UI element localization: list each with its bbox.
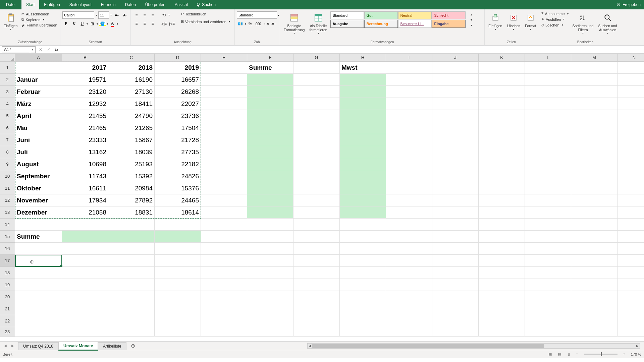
cell[interactable] — [525, 279, 571, 291]
percent-button[interactable]: % — [247, 20, 254, 27]
cell[interactable] — [201, 110, 247, 122]
cell[interactable] — [432, 206, 479, 219]
cell[interactable] — [293, 98, 340, 110]
cell[interactable] — [571, 243, 618, 255]
cell[interactable] — [247, 158, 293, 170]
name-box-dropdown[interactable]: ▾ — [30, 46, 36, 53]
cell[interactable] — [15, 315, 62, 327]
cell[interactable] — [293, 170, 340, 182]
cell[interactable] — [340, 327, 386, 337]
find-select-button[interactable]: Suchen und Auswählen▾ — [597, 11, 619, 36]
formula-input[interactable] — [61, 47, 644, 53]
cell[interactable] — [62, 267, 108, 279]
cell[interactable] — [479, 206, 525, 219]
style-neutral[interactable]: Neutral — [398, 11, 432, 19]
cell[interactable]: 19571 — [62, 74, 108, 86]
cell[interactable] — [525, 303, 571, 315]
row-header-14[interactable]: 14 — [0, 219, 15, 231]
cell[interactable]: 26268 — [155, 86, 201, 98]
cell[interactable] — [247, 219, 293, 231]
cell[interactable] — [201, 206, 247, 219]
row-header-8[interactable]: 8 — [0, 146, 15, 158]
cell[interactable] — [155, 231, 201, 243]
cell[interactable] — [293, 327, 340, 337]
cell[interactable] — [525, 110, 571, 122]
cell[interactable] — [525, 170, 571, 182]
cell[interactable] — [525, 146, 571, 158]
cell[interactable] — [155, 219, 201, 231]
cell[interactable] — [432, 74, 479, 86]
cell[interactable]: Oktober — [15, 182, 62, 194]
cell[interactable] — [386, 267, 432, 279]
cell[interactable]: 2017 — [62, 62, 108, 74]
cell[interactable] — [525, 74, 571, 86]
style-ausgabe[interactable]: Ausgabe — [330, 20, 364, 28]
cell[interactable] — [201, 146, 247, 158]
cell[interactable] — [386, 206, 432, 219]
align-center-button[interactable]: ≡ — [141, 20, 148, 27]
cell[interactable] — [479, 219, 525, 231]
cell[interactable]: 15867 — [108, 134, 155, 146]
cell[interactable] — [571, 110, 618, 122]
format-painter-button[interactable]: 🖌Format übertragen — [20, 23, 58, 27]
row-header-1[interactable]: 1 — [0, 62, 15, 74]
row-header-23[interactable]: 23 — [0, 327, 15, 337]
cell[interactable] — [201, 170, 247, 182]
cell[interactable] — [618, 122, 644, 134]
cell[interactable] — [155, 255, 201, 267]
cell[interactable] — [618, 243, 644, 255]
autosum-button[interactable]: ΣAutosumme▾ — [540, 11, 570, 16]
cell[interactable]: 17504 — [155, 122, 201, 134]
cell[interactable]: Dezember — [15, 206, 62, 219]
cell[interactable]: November — [15, 194, 62, 206]
cell[interactable] — [201, 279, 247, 291]
cell[interactable]: 2018 — [108, 62, 155, 74]
decrease-font-button[interactable]: A▾ — [121, 11, 128, 19]
cell[interactable] — [525, 291, 571, 303]
row-header-10[interactable]: 10 — [0, 170, 15, 182]
cell[interactable] — [432, 327, 479, 337]
font-name-input[interactable] — [62, 11, 94, 19]
cell[interactable] — [479, 243, 525, 255]
cell[interactable]: 22182 — [155, 158, 201, 170]
row-header-3[interactable]: 3 — [0, 86, 15, 98]
cell[interactable] — [155, 303, 201, 315]
cell[interactable] — [571, 158, 618, 170]
cell[interactable] — [571, 303, 618, 315]
cell[interactable] — [340, 86, 386, 98]
cell[interactable] — [340, 291, 386, 303]
cell[interactable] — [340, 315, 386, 327]
cell[interactable] — [386, 134, 432, 146]
cell[interactable] — [62, 327, 108, 337]
col-header-L[interactable]: L — [525, 54, 571, 62]
cell[interactable] — [15, 267, 62, 279]
cell[interactable] — [618, 231, 644, 243]
currency-button[interactable]: 💶 — [237, 20, 244, 27]
cell[interactable] — [293, 303, 340, 315]
cell[interactable] — [201, 219, 247, 231]
cell[interactable] — [201, 291, 247, 303]
cell[interactable] — [525, 315, 571, 327]
col-header-N[interactable]: N — [618, 54, 644, 62]
cell[interactable] — [479, 194, 525, 206]
chevron-down-icon[interactable]: ▾ — [110, 14, 112, 17]
cell[interactable] — [432, 86, 479, 98]
cell[interactable] — [293, 110, 340, 122]
cell[interactable] — [618, 74, 644, 86]
cell[interactable] — [525, 134, 571, 146]
cell[interactable] — [618, 158, 644, 170]
cell[interactable]: Mwst — [340, 62, 386, 74]
cell[interactable] — [525, 86, 571, 98]
cell[interactable] — [201, 62, 247, 74]
cell[interactable]: 27735 — [155, 146, 201, 158]
col-header-I[interactable]: I — [386, 54, 432, 62]
chevron-down-icon[interactable]: ▾ — [95, 14, 98, 17]
cell[interactable] — [432, 194, 479, 206]
cell[interactable] — [293, 267, 340, 279]
cell[interactable] — [293, 182, 340, 194]
cell[interactable] — [571, 182, 618, 194]
cell[interactable] — [62, 291, 108, 303]
col-header-K[interactable]: K — [479, 54, 525, 62]
cell[interactable] — [340, 134, 386, 146]
cell[interactable] — [155, 327, 201, 337]
